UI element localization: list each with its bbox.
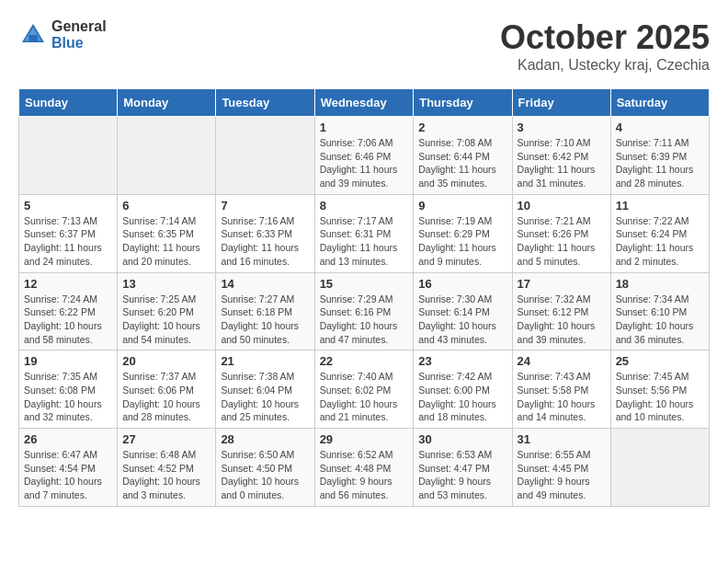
calendar-body: 1Sunrise: 7:06 AMSunset: 6:46 PMDaylight… (19, 117, 710, 507)
day-number: 30 (418, 432, 506, 446)
day-number: 23 (418, 354, 506, 368)
day-number: 13 (122, 277, 210, 291)
calendar-cell (610, 429, 709, 507)
calendar-cell: 30Sunrise: 6:53 AMSunset: 4:47 PMDayligh… (414, 429, 512, 507)
calendar-week-1: 5Sunrise: 7:13 AMSunset: 6:37 PMDaylight… (19, 194, 710, 272)
calendar-cell: 24Sunrise: 7:43 AMSunset: 5:58 PMDayligh… (512, 350, 610, 429)
day-info: Sunrise: 7:29 AMSunset: 6:16 PMDaylight:… (320, 293, 409, 347)
day-number: 27 (122, 432, 210, 446)
day-number: 1 (320, 121, 409, 134)
calendar-cell: 22Sunrise: 7:40 AMSunset: 6:02 PMDayligh… (314, 350, 414, 429)
calendar-cell: 6Sunrise: 7:14 AMSunset: 6:35 PMDaylight… (118, 194, 216, 272)
calendar-cell: 18Sunrise: 7:34 AMSunset: 6:10 PMDayligh… (610, 272, 709, 350)
day-info: Sunrise: 7:25 AMSunset: 6:20 PMDaylight:… (122, 293, 210, 347)
calendar-cell (19, 117, 118, 195)
logo-icon (18, 20, 48, 50)
logo-blue-text: Blue (51, 35, 107, 52)
day-info: Sunrise: 7:17 AMSunset: 6:31 PMDaylight:… (320, 214, 409, 269)
calendar-cell: 16Sunrise: 7:30 AMSunset: 6:14 PMDayligh… (414, 272, 512, 350)
day-info: Sunrise: 7:13 AMSunset: 6:37 PMDaylight:… (24, 214, 112, 269)
day-number: 26 (24, 432, 112, 446)
calendar-cell: 1Sunrise: 7:06 AMSunset: 6:46 PMDaylight… (314, 117, 414, 195)
calendar-cell: 4Sunrise: 7:11 AMSunset: 6:39 PMDaylight… (610, 117, 709, 195)
weekday-header-monday: Monday (118, 89, 216, 117)
day-number: 19 (24, 354, 112, 368)
day-info: Sunrise: 7:42 AMSunset: 6:00 PMDaylight:… (418, 370, 506, 424)
calendar-cell: 21Sunrise: 7:38 AMSunset: 6:04 PMDayligh… (216, 350, 314, 429)
calendar-cell: 19Sunrise: 7:35 AMSunset: 6:08 PMDayligh… (19, 350, 118, 429)
day-info: Sunrise: 7:19 AMSunset: 6:29 PMDaylight:… (418, 214, 506, 269)
calendar-table: SundayMondayTuesdayWednesdayThursdayFrid… (18, 88, 710, 507)
calendar-cell: 25Sunrise: 7:45 AMSunset: 5:56 PMDayligh… (610, 350, 709, 429)
day-info: Sunrise: 7:32 AMSunset: 6:12 PMDaylight:… (518, 293, 606, 347)
day-info: Sunrise: 6:52 AMSunset: 4:48 PMDaylight:… (320, 448, 409, 502)
day-info: Sunrise: 6:47 AMSunset: 4:54 PMDaylight:… (24, 448, 112, 502)
title-block: October 2025 Kadan, Ustecky kraj, Czechi… (500, 18, 710, 74)
day-number: 16 (418, 277, 506, 291)
day-info: Sunrise: 7:37 AMSunset: 6:06 PMDaylight:… (122, 370, 210, 424)
day-info: Sunrise: 7:11 AMSunset: 6:39 PMDaylight:… (616, 136, 704, 190)
calendar-cell: 11Sunrise: 7:22 AMSunset: 6:24 PMDayligh… (610, 194, 709, 272)
calendar-cell: 27Sunrise: 6:48 AMSunset: 4:52 PMDayligh… (118, 429, 216, 507)
calendar-cell: 8Sunrise: 7:17 AMSunset: 6:31 PMDaylight… (314, 194, 414, 272)
day-number: 24 (518, 354, 606, 368)
calendar-cell: 3Sunrise: 7:10 AMSunset: 6:42 PMDaylight… (512, 117, 610, 195)
day-info: Sunrise: 7:35 AMSunset: 6:08 PMDaylight:… (24, 370, 112, 424)
day-info: Sunrise: 7:10 AMSunset: 6:42 PMDaylight:… (518, 136, 606, 190)
day-number: 3 (518, 121, 606, 134)
calendar-cell: 28Sunrise: 6:50 AMSunset: 4:50 PMDayligh… (216, 429, 314, 507)
weekday-header-saturday: Saturday (610, 89, 709, 117)
day-number: 9 (418, 199, 506, 213)
day-info: Sunrise: 7:06 AMSunset: 6:46 PMDaylight:… (320, 136, 409, 190)
day-info: Sunrise: 7:38 AMSunset: 6:04 PMDaylight:… (221, 370, 309, 424)
calendar-cell: 29Sunrise: 6:52 AMSunset: 4:48 PMDayligh… (314, 429, 414, 507)
day-info: Sunrise: 6:50 AMSunset: 4:50 PMDaylight:… (221, 448, 309, 502)
day-info: Sunrise: 7:30 AMSunset: 6:14 PMDaylight:… (418, 293, 506, 347)
day-number: 10 (518, 199, 606, 213)
day-info: Sunrise: 7:16 AMSunset: 6:33 PMDaylight:… (221, 214, 309, 269)
day-number: 28 (221, 432, 309, 446)
calendar-cell: 10Sunrise: 7:21 AMSunset: 6:26 PMDayligh… (512, 194, 610, 272)
calendar-cell: 12Sunrise: 7:24 AMSunset: 6:22 PMDayligh… (19, 272, 118, 350)
weekday-header-wednesday: Wednesday (314, 89, 414, 117)
day-info: Sunrise: 7:14 AMSunset: 6:35 PMDaylight:… (122, 214, 210, 269)
day-number: 15 (320, 277, 409, 291)
day-info: Sunrise: 7:45 AMSunset: 5:56 PMDaylight:… (616, 370, 704, 424)
calendar-header: SundayMondayTuesdayWednesdayThursdayFrid… (19, 89, 710, 117)
calendar-cell: 17Sunrise: 7:32 AMSunset: 6:12 PMDayligh… (512, 272, 610, 350)
calendar-cell: 7Sunrise: 7:16 AMSunset: 6:33 PMDaylight… (216, 194, 314, 272)
day-number: 21 (221, 354, 309, 368)
calendar-cell (118, 117, 216, 195)
day-number: 8 (320, 199, 409, 213)
day-number: 20 (122, 354, 210, 368)
day-info: Sunrise: 7:08 AMSunset: 6:44 PMDaylight:… (418, 136, 506, 190)
day-number: 18 (616, 277, 704, 291)
calendar-week-2: 12Sunrise: 7:24 AMSunset: 6:22 PMDayligh… (19, 272, 710, 350)
day-number: 22 (320, 354, 409, 368)
day-number: 14 (221, 277, 309, 291)
day-info: Sunrise: 7:22 AMSunset: 6:24 PMDaylight:… (616, 214, 704, 269)
calendar-cell (216, 117, 314, 195)
day-number: 5 (24, 199, 112, 213)
location-text: Kadan, Ustecky kraj, Czechia (500, 57, 710, 74)
day-info: Sunrise: 6:55 AMSunset: 4:45 PMDaylight:… (518, 448, 606, 502)
month-title: October 2025 (500, 18, 710, 57)
weekday-header-tuesday: Tuesday (216, 89, 314, 117)
svg-rect-2 (28, 35, 38, 42)
day-number: 4 (616, 121, 704, 134)
logo-text: General Blue (51, 18, 107, 51)
day-info: Sunrise: 7:21 AMSunset: 6:26 PMDaylight:… (518, 214, 606, 269)
page-header: General Blue October 2025 Kadan, Ustecky… (18, 18, 710, 74)
day-number: 6 (122, 199, 210, 213)
weekday-header-row: SundayMondayTuesdayWednesdayThursdayFrid… (19, 89, 710, 117)
day-info: Sunrise: 6:48 AMSunset: 4:52 PMDaylight:… (122, 448, 210, 502)
calendar-week-3: 19Sunrise: 7:35 AMSunset: 6:08 PMDayligh… (19, 350, 710, 429)
day-number: 7 (221, 199, 309, 213)
day-info: Sunrise: 6:53 AMSunset: 4:47 PMDaylight:… (418, 448, 506, 502)
logo: General Blue (18, 18, 107, 51)
day-number: 31 (518, 432, 606, 446)
weekday-header-sunday: Sunday (19, 89, 118, 117)
day-info: Sunrise: 7:27 AMSunset: 6:18 PMDaylight:… (221, 293, 309, 347)
day-info: Sunrise: 7:40 AMSunset: 6:02 PMDaylight:… (320, 370, 409, 424)
calendar-cell: 9Sunrise: 7:19 AMSunset: 6:29 PMDaylight… (414, 194, 512, 272)
